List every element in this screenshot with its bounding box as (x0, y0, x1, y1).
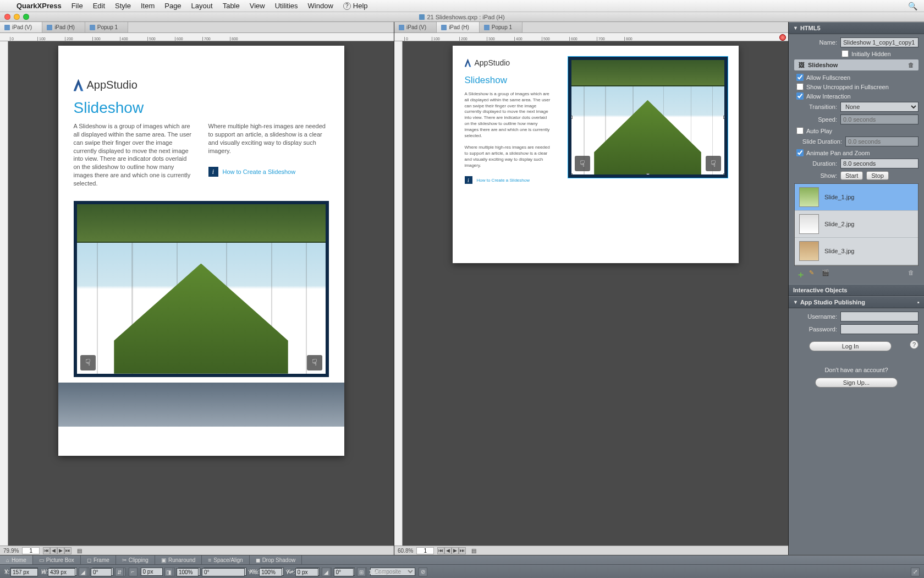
layout-tab-ipad-v[interactable]: iPad (V) (394, 22, 437, 32)
h-field[interactable] (48, 568, 75, 576)
yplus-field[interactable] (295, 568, 318, 576)
slide-item[interactable]: Slide_1.jpg (795, 184, 918, 211)
stop-button[interactable]: Stop (866, 171, 889, 180)
corner-field[interactable] (141, 568, 163, 576)
measurements-palette: ⌂Home ▭Picture Box ◻Frame ✂Clipping ▣Run… (0, 555, 924, 578)
disclosure-icon: ▼ (793, 25, 798, 31)
skew-icon[interactable]: ◢ (79, 568, 87, 576)
slide-item[interactable]: Slide_2.jpg (795, 211, 918, 238)
close-icon[interactable] (4, 14, 10, 20)
layout-tab-ipad-v[interactable]: iPad (V) (0, 22, 42, 32)
mb-tab-clipping[interactable]: ✂Clipping (116, 555, 155, 564)
swipe-left-icon: ☟ (80, 355, 96, 370)
page-navigator[interactable]: ⏮◀▶⏭ (43, 547, 72, 554)
minimize-icon[interactable] (14, 14, 20, 20)
menu-layout[interactable]: Layout (191, 2, 213, 10)
allow-interaction-checkbox[interactable] (796, 92, 804, 100)
initially-hidden-checkbox[interactable] (842, 50, 849, 57)
username-field[interactable] (840, 312, 919, 321)
autoplay-checkbox[interactable] (796, 127, 804, 134)
menu-help[interactable]: ?Help (343, 2, 368, 10)
start-button[interactable]: Start (840, 171, 863, 180)
horizontal-ruler: 0100200300400500600700800 (394, 33, 788, 41)
flip-v-icon[interactable]: ⇵ (115, 568, 124, 576)
vertical-ruler (394, 41, 403, 546)
spacealign-icon: ≡ (208, 557, 211, 563)
page-navigator[interactable]: ⏮◀▶⏭ (437, 547, 466, 554)
corner-icon[interactable]: ⌐ (129, 568, 138, 576)
menu-style[interactable]: Style (115, 2, 131, 10)
panel-header-html5[interactable]: ▼HTML5 (789, 22, 924, 34)
mb-tab-picturebox[interactable]: ▭Picture Box (33, 555, 81, 564)
slideshow-image-selected[interactable]: ☟ ☟ (568, 57, 728, 178)
layout-tab-popup1[interactable]: Popup 1 (85, 22, 128, 32)
mb-tab-home[interactable]: ⌂Home (0, 555, 33, 564)
zoom-readout[interactable]: 60.8% (398, 548, 413, 554)
help-icon[interactable]: ? (910, 340, 919, 349)
menu-page[interactable]: Page (164, 2, 181, 10)
login-button[interactable]: Log In (809, 341, 892, 351)
menu-item[interactable]: Item (141, 2, 155, 10)
menu-window[interactable]: Window (308, 2, 333, 10)
page-number-field[interactable] (22, 547, 40, 554)
view-mode-icon[interactable]: ▤ (77, 548, 82, 554)
pic-skew-field[interactable] (334, 568, 354, 576)
swipe-right-icon: ☟ (307, 355, 322, 370)
slide-thumbnail (799, 241, 819, 261)
transition-select[interactable]: None (840, 102, 919, 112)
menu-table[interactable]: Table (223, 2, 240, 10)
pane-close-icon[interactable] (779, 34, 786, 41)
mb-tab-spacealign[interactable]: ≡Space/Align (202, 555, 249, 564)
resolution-icon[interactable]: ⊞ (357, 568, 366, 576)
mb-tab-frame[interactable]: ◻Frame (81, 555, 116, 564)
mb-tab-runaround[interactable]: ▣Runaround (155, 555, 202, 564)
window-traffic-lights[interactable] (4, 14, 29, 20)
slideshow-icon: 🖼 (799, 62, 805, 68)
spotlight-icon[interactable]: 🔍 (908, 2, 917, 10)
app-menu[interactable]: QuarkXPress (16, 2, 62, 10)
show-uncropped-checkbox[interactable] (796, 83, 804, 90)
slide-action-icon[interactable]: 🎬 (822, 269, 830, 277)
password-field[interactable] (840, 324, 919, 334)
slide-item[interactable]: Slide_3.jpg (795, 238, 918, 265)
shade-field[interactable] (177, 568, 199, 576)
skew-field[interactable] (91, 568, 112, 576)
panel-header-interactive-objects[interactable]: Interactive Objects (789, 284, 924, 296)
delete-slide-icon[interactable]: 🗑 (908, 269, 916, 277)
view-mode-icon[interactable]: ▤ (471, 548, 476, 554)
mb-tab-dropshadow[interactable]: ◼Drop Shadow (250, 555, 302, 564)
menu-utilities[interactable]: Utilities (275, 2, 298, 10)
y-field[interactable] (10, 568, 38, 576)
pic-skew-icon[interactable]: ◢ (322, 568, 331, 576)
page-ipad-v[interactable]: AppStudio Slideshow A Slideshow is a gro… (58, 46, 344, 456)
menu-file[interactable]: File (72, 2, 83, 10)
zoom-icon[interactable] (23, 14, 29, 20)
object-name-field[interactable] (840, 37, 919, 47)
delete-object-icon[interactable]: 🗑 (908, 62, 914, 68)
layout-tab-ipad-h[interactable]: iPad (H) (437, 22, 480, 32)
zoom-readout[interactable]: 79.9% (3, 548, 19, 554)
signup-button[interactable]: Sign Up... (815, 378, 898, 388)
allow-fullscreen-checkbox[interactable] (796, 74, 804, 81)
appstudio-mark-icon (465, 59, 471, 67)
suppress-icon[interactable]: ⊘ (419, 568, 427, 576)
panel-header-publishing[interactable]: ▼App Studio Publishing▪ (789, 296, 924, 308)
animate-panzoom-checkbox[interactable] (796, 149, 804, 156)
slideshow-image[interactable]: ☟ ☟ (74, 201, 329, 377)
frame-width-field[interactable] (202, 568, 245, 576)
panel-options-icon[interactable]: ▪ (917, 299, 920, 306)
shade-icon[interactable]: ◨ (164, 568, 173, 576)
page-number-field[interactable] (416, 547, 434, 554)
layout-tab-popup1[interactable]: Popup 1 (480, 22, 522, 32)
duration-field[interactable] (840, 159, 919, 168)
page-ipad-h[interactable]: AppStudio Slideshow A Slideshow is a gro… (453, 46, 739, 263)
add-slide-icon[interactable]: ＋ (796, 269, 805, 277)
layout-tab-ipad-h[interactable]: iPad (H) (42, 22, 85, 32)
edit-slide-icon[interactable]: ✎ (809, 269, 817, 277)
menu-edit[interactable]: Edit (93, 2, 105, 10)
ypct-field[interactable] (259, 568, 282, 576)
howto-link[interactable]: iHow to Create a Slideshow (208, 167, 329, 177)
slide-thumbnail (799, 214, 819, 234)
menu-view[interactable]: View (250, 2, 265, 10)
expand-icon[interactable]: ⤢ (911, 568, 920, 576)
